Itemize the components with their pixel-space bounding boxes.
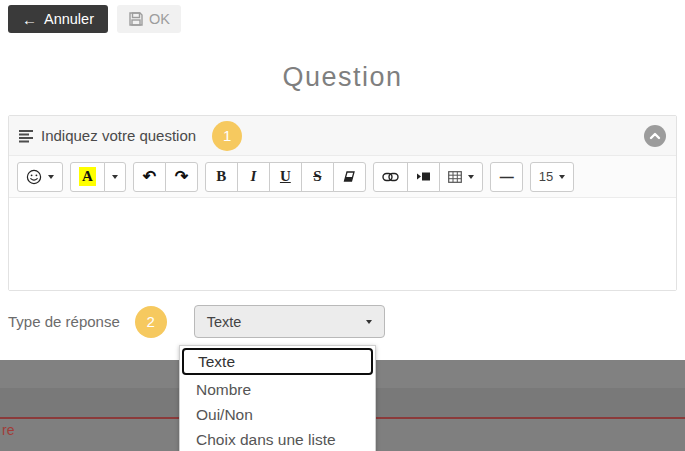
strikethrough-button[interactable]: S	[301, 162, 334, 192]
emoji-dropdown-button[interactable]	[17, 162, 63, 192]
answer-type-selected-value: Texte	[207, 314, 242, 330]
dropdown-option-texte[interactable]: Texte	[182, 348, 373, 375]
step-2-badge: 2	[135, 306, 167, 338]
caret-down-icon	[468, 175, 474, 179]
clear-format-button[interactable]	[333, 162, 366, 192]
answer-type-select[interactable]: Texte	[194, 305, 385, 338]
cancel-button-label: Annuler	[44, 11, 94, 27]
italic-button[interactable]: I	[237, 162, 270, 192]
collapse-panel-button[interactable]	[644, 125, 666, 147]
step-1-badge: 1	[212, 121, 242, 151]
caret-down-icon	[366, 320, 372, 324]
font-size-dropdown-button[interactable]: 15	[530, 162, 574, 192]
text-color-icon: A	[79, 167, 96, 186]
question-header-label: Indiquez votre question	[41, 127, 196, 144]
smiley-icon	[26, 169, 42, 185]
table-icon	[448, 171, 462, 183]
save-icon	[128, 11, 144, 27]
page-title: Question	[0, 62, 685, 93]
ok-button-label: OK	[149, 11, 170, 27]
answer-type-label: Type de réponse	[8, 313, 120, 330]
ok-save-button[interactable]: OK	[117, 5, 181, 33]
answer-type-dropdown-list: Texte Nombre Oui/Non Choix dans une list…	[179, 345, 376, 451]
question-text-editor[interactable]	[9, 198, 676, 290]
insert-video-button[interactable]	[407, 162, 440, 192]
dropdown-option-choix-liste[interactable]: Choix dans une liste	[182, 427, 373, 451]
question-panel-header: Indiquez votre question 1	[9, 116, 676, 156]
eraser-icon	[342, 170, 356, 183]
undo-button[interactable]: ↶	[133, 162, 166, 192]
insert-link-button[interactable]	[373, 162, 408, 192]
dropdown-option-oui-non[interactable]: Oui/Non	[182, 402, 373, 427]
caret-down-icon	[559, 175, 565, 179]
richtext-toolbar: A ↶ ↷ B I U S	[9, 156, 676, 198]
text-color-dropdown-button[interactable]	[104, 162, 126, 192]
redo-icon: ↷	[175, 169, 188, 185]
bold-button[interactable]: B	[205, 162, 238, 192]
chevron-up-icon	[649, 132, 661, 140]
link-icon	[382, 172, 399, 182]
caret-down-icon	[48, 175, 54, 179]
font-size-value: 15	[539, 169, 553, 184]
video-icon	[416, 171, 431, 182]
undo-icon: ↶	[143, 169, 156, 185]
text-lines-icon	[19, 129, 34, 143]
caret-down-icon	[112, 175, 118, 179]
back-arrow-icon: ←	[22, 12, 37, 27]
text-color-button[interactable]: A	[70, 162, 105, 192]
horizontal-rule-button[interactable]: —	[490, 162, 523, 192]
background-partial-text: re	[2, 422, 14, 438]
top-action-bar: ← Annuler OK	[8, 5, 181, 33]
question-panel: Indiquez votre question 1	[8, 115, 677, 291]
redo-button[interactable]: ↷	[165, 162, 198, 192]
underline-button[interactable]: U	[269, 162, 302, 192]
horizontal-rule-icon: —	[500, 169, 513, 185]
insert-table-button[interactable]	[439, 162, 483, 192]
dropdown-option-nombre[interactable]: Nombre	[182, 377, 373, 402]
answer-type-row: Type de réponse 2 Texte	[8, 305, 677, 338]
cancel-button[interactable]: ← Annuler	[8, 5, 108, 33]
